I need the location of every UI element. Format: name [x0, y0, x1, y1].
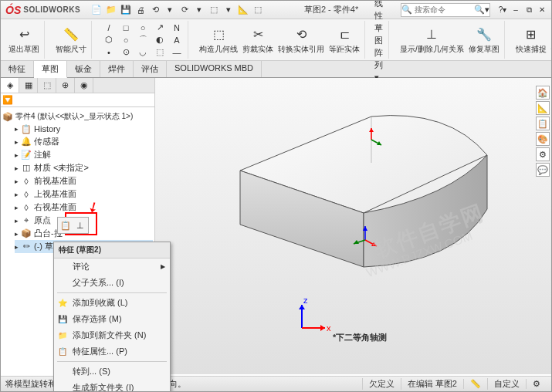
- close-icon[interactable]: ✕: [536, 5, 548, 15]
- ctx-item-label: 添加到收藏 (L): [73, 297, 128, 309]
- ptab-config-icon[interactable]: ⬚: [38, 78, 56, 93]
- tree-item[interactable]: ▸◊前视基准面: [15, 174, 153, 188]
- context-menu-item[interactable]: 💾保存选择 (M): [54, 311, 170, 327]
- tree-item-icon: ◊: [21, 189, 32, 200]
- context-menu-item[interactable]: ⭐添加到收藏 (L): [54, 295, 170, 311]
- trim-button[interactable]: ✂剪裁实体: [241, 23, 275, 56]
- segment-icon[interactable]: —: [169, 46, 185, 59]
- tree-root[interactable]: 📦 零件4 (默认<<默认>_显示状态 1>): [2, 110, 153, 123]
- qat-new-icon[interactable]: 📄: [90, 3, 103, 17]
- qat-undo-drop-icon[interactable]: ▾: [163, 3, 177, 17]
- ptab-property-icon[interactable]: ▦: [19, 78, 38, 93]
- tab-features[interactable]: 特征: [1, 61, 34, 77]
- tree-item[interactable]: ▸◫材质 <未指定>: [15, 161, 153, 174]
- filter-icon[interactable]: 🔽: [2, 95, 13, 104]
- polygon-icon[interactable]: ⬡: [101, 34, 117, 46]
- display-relations-button[interactable]: ⊥显示/删除几何关系: [398, 23, 466, 56]
- context-menu-item[interactable]: 📋特征属性... (P): [54, 343, 170, 360]
- qat-select-drop-icon[interactable]: ▾: [222, 3, 235, 17]
- quick-snap-button[interactable]: ⊞快速捕捉: [514, 23, 548, 56]
- svg-text:x: x: [327, 323, 331, 333]
- qat-rebuild-icon[interactable]: 📐: [236, 3, 250, 17]
- partial-ellipse-icon[interactable]: ◡: [135, 46, 151, 59]
- tree-item[interactable]: ▸📝注解: [15, 148, 153, 161]
- snap-icon: ⊞: [522, 25, 540, 43]
- tab-weldments[interactable]: 焊件: [100, 61, 134, 77]
- qat-print-icon[interactable]: 🖨: [134, 3, 147, 17]
- mini-normal-icon[interactable]: ⊥: [73, 218, 87, 232]
- repair-sketch-button[interactable]: 🔧修复草图: [467, 23, 501, 56]
- search-glass-icon[interactable]: 🔍▾: [474, 5, 489, 15]
- exit-sketch-button[interactable]: ↩ 退出草图: [7, 23, 41, 56]
- taskpane-forum-icon[interactable]: 💬: [536, 163, 550, 177]
- tree-item-label: History: [34, 124, 60, 133]
- text-icon[interactable]: A: [169, 34, 185, 46]
- qat-select-icon[interactable]: ⬚: [207, 3, 221, 17]
- context-mini-toolbar: 📋 ⊥: [57, 217, 89, 234]
- taskpane-appear-icon[interactable]: 🎨: [536, 132, 550, 146]
- ctx-item-label: 父子关系... (I): [73, 277, 124, 289]
- tree-item[interactable]: ▸🔔传感器: [15, 135, 153, 148]
- tree-item-icon: 🔔: [21, 137, 32, 147]
- centerline-icon[interactable]: ⊙: [118, 46, 134, 59]
- ctx-item-label: 添加到新文件夹 (N): [73, 329, 146, 341]
- taskpane-props-icon[interactable]: 📋: [536, 117, 550, 130]
- taskpane-home-icon[interactable]: 🏠: [536, 86, 550, 100]
- point-icon[interactable]: •: [101, 46, 117, 59]
- search-input[interactable]: [412, 5, 474, 14]
- tab-sheetmetal[interactable]: 钣金: [67, 61, 100, 77]
- qat-open-icon[interactable]: 📁: [104, 3, 118, 17]
- tab-mbd[interactable]: SOLIDWORKS MBD: [167, 61, 262, 77]
- status-custom[interactable]: 自定义: [487, 378, 526, 390]
- tab-sketch[interactable]: 草图: [34, 61, 67, 78]
- taskpane-design-icon[interactable]: 📐: [536, 101, 550, 115]
- tree-item-icon: ◫: [21, 163, 32, 174]
- spline-icon[interactable]: N: [169, 22, 185, 34]
- minimize-icon[interactable]: –: [510, 5, 522, 15]
- qat-redo-drop-icon[interactable]: ▾: [192, 3, 206, 17]
- qat-options-icon[interactable]: ⬚: [251, 3, 265, 17]
- tab-evaluate[interactable]: 评估: [134, 61, 167, 77]
- feature-tree: 📦 零件4 (默认<<默认>_显示状态 1>) ▸📋History▸🔔传感器▸📝…: [1, 107, 154, 256]
- help-icon[interactable]: ?▾: [496, 5, 509, 15]
- submenu-arrow-icon: ▶: [161, 263, 165, 270]
- context-menu-item[interactable]: 📁添加到新文件夹 (N): [54, 327, 170, 343]
- status-unit-icon[interactable]: 📏: [463, 379, 487, 389]
- solidworks-logo-icon: ÓS: [5, 4, 21, 16]
- ptab-dimxpert-icon[interactable]: ⊕: [56, 78, 75, 93]
- fillet-icon[interactable]: ◐: [152, 34, 168, 46]
- graphics-viewport[interactable]: 软件自学网 WWW.RJZXW.COM zx *下二等角轴测 🏠 📐 📋 🎨 ⚙…: [155, 78, 551, 374]
- qat-undo-icon[interactable]: ⟲: [148, 3, 162, 17]
- smart-dimension-button[interactable]: 📏 智能尺寸: [54, 23, 88, 56]
- taskpane-custom-icon[interactable]: ⚙: [536, 147, 550, 161]
- line-icon[interactable]: /: [101, 22, 117, 34]
- status-gear-icon[interactable]: ⚙: [526, 379, 547, 389]
- context-menu-item[interactable]: 生成新文件夹 (I): [54, 380, 170, 392]
- convert-button[interactable]: ⟲转换实体引用: [276, 23, 326, 56]
- tree-item-label: 注解: [34, 149, 51, 161]
- tree-item[interactable]: ▸◊右视基准面: [15, 201, 153, 214]
- plane-icon[interactable]: ⬚: [152, 46, 168, 59]
- search-command: 🔍 🔍▾: [401, 3, 490, 17]
- mini-edit-icon[interactable]: 📋: [59, 218, 73, 232]
- ptab-display-icon[interactable]: ◉: [75, 78, 93, 93]
- ptab-featuretree-icon[interactable]: ◈: [1, 78, 19, 93]
- offset-button[interactable]: ⊏等距实体: [327, 23, 361, 56]
- tree-item[interactable]: ▸📋History: [15, 123, 153, 135]
- construction-geom-button[interactable]: ⬚构造几何线: [198, 23, 239, 56]
- tree-item-icon: ⌖: [21, 215, 32, 226]
- slot-icon[interactable]: ⌒: [135, 34, 151, 46]
- tree-item[interactable]: ▸◊上视基准面: [15, 188, 153, 201]
- svg-marker-14: [320, 325, 325, 331]
- context-menu-item[interactable]: 评论▶: [54, 259, 170, 275]
- restore-icon[interactable]: ⧉: [523, 5, 535, 15]
- qat-save-icon[interactable]: 💾: [119, 3, 133, 17]
- rect-icon[interactable]: □: [118, 22, 134, 34]
- ellipse-icon[interactable]: ○: [118, 34, 134, 46]
- context-menu-item[interactable]: 父子关系... (I): [54, 275, 170, 291]
- arc-icon[interactable]: ↗: [152, 22, 168, 34]
- circle-icon[interactable]: ○: [135, 22, 151, 34]
- context-menu-item[interactable]: 转到... (S): [54, 363, 170, 380]
- qat-redo-icon[interactable]: ⟳: [178, 3, 191, 17]
- offset-icon: ⊏: [335, 25, 354, 43]
